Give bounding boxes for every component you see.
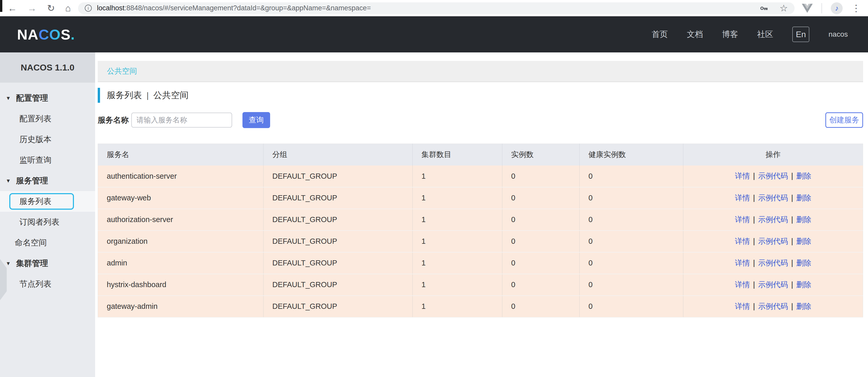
reload-icon[interactable]: ↻: [47, 4, 55, 13]
header-nav-item[interactable]: 文档: [687, 29, 703, 40]
col-group: 分组: [264, 144, 412, 166]
action-separator: |: [791, 259, 793, 267]
page-title: 服务列表: [107, 89, 142, 101]
table-row: gateway-admin DEFAULT_GROUP 1 0 0 详情|示例代…: [98, 296, 863, 317]
url-host: localhost: [97, 4, 125, 12]
sidebar-item[interactable]: ▼ 集群管理: [0, 253, 95, 274]
cell-operations: 详情|示例代码|删除: [683, 252, 863, 274]
chevron-down-icon: ▼: [6, 95, 16, 101]
cell-operations: 详情|示例代码|删除: [683, 166, 863, 187]
detail-link[interactable]: 详情: [735, 215, 750, 224]
music-extension-icon[interactable]: ♪: [831, 2, 843, 14]
sample-code-link[interactable]: 示例代码: [758, 259, 788, 267]
cell-operations: 详情|示例代码|删除: [683, 274, 863, 296]
page-info-icon[interactable]: i: [85, 5, 92, 12]
cell-operations: 详情|示例代码|删除: [683, 209, 863, 231]
sidebar-item[interactable]: 历史版本: [0, 129, 95, 150]
sidebar: NACOS 1.1.0 ▼ 配置管理 配置列表 历史版本: [0, 53, 95, 377]
detail-link[interactable]: 详情: [735, 259, 750, 267]
nacos-logo[interactable]: NACOS.: [17, 26, 75, 43]
home-icon[interactable]: ⌂: [65, 4, 71, 13]
password-key-icon[interactable]: [760, 4, 768, 13]
sidebar-version: NACOS 1.1.0: [0, 53, 95, 82]
language-toggle-button[interactable]: En: [792, 27, 809, 42]
browser-chrome: ← → ↻ ⌂ i localhost:8848/nacos/#/service…: [0, 0, 868, 16]
action-separator: |: [753, 302, 755, 310]
sidebar-item[interactable]: 服务列表: [0, 191, 95, 212]
sidebar-menu: ▼ 配置管理 配置列表 历史版本 监听: [0, 82, 95, 295]
detail-link[interactable]: 详情: [735, 302, 750, 310]
cell-service-name: hystrix-dashboard: [98, 274, 264, 296]
delete-link[interactable]: 删除: [796, 194, 811, 202]
cell-cluster-count: 1: [412, 252, 502, 274]
delete-link[interactable]: 删除: [796, 302, 811, 310]
delete-link[interactable]: 删除: [796, 237, 811, 245]
header-nav-item[interactable]: 社区: [757, 29, 773, 40]
detail-link[interactable]: 详情: [735, 237, 750, 245]
nacos-header: NACOS. 首页文档博客社区 En nacos: [0, 16, 868, 53]
col-instance-count: 实例数: [502, 144, 580, 166]
bookmark-star-icon[interactable]: ☆: [780, 3, 788, 14]
action-separator: |: [791, 194, 793, 202]
sidebar-item-label: 服务列表: [20, 196, 52, 207]
create-service-button[interactable]: 创建服务: [825, 112, 863, 128]
url-text[interactable]: localhost:8848/nacos/#/serviceManagement…: [97, 4, 371, 12]
cell-healthy-count: 0: [580, 231, 683, 252]
sample-code-link[interactable]: 示例代码: [758, 237, 788, 245]
delete-link[interactable]: 删除: [796, 172, 811, 180]
header-nav: 首页文档博客社区 En nacos: [652, 27, 848, 42]
sidebar-item[interactable]: ▼ 服务管理: [0, 170, 95, 191]
detail-link[interactable]: 详情: [735, 280, 750, 289]
cell-instance-count: 0: [502, 296, 580, 317]
table-row: admin DEFAULT_GROUP 1 0 0 详情|示例代码|删除: [98, 252, 863, 274]
sidebar-item[interactable]: 配置列表: [0, 108, 95, 129]
col-service-name: 服务名: [98, 144, 264, 166]
sidebar-item[interactable]: 命名空间: [0, 232, 95, 253]
address-bar[interactable]: i localhost:8848/nacos/#/serviceManageme…: [78, 2, 795, 14]
table-row: authentication-server DEFAULT_GROUP 1 0 …: [98, 166, 863, 187]
back-icon[interactable]: ←: [8, 4, 17, 13]
detail-link[interactable]: 详情: [735, 194, 750, 202]
sidebar-item[interactable]: ▼ 配置管理: [0, 88, 95, 108]
sidebar-item-label: 订阅者列表: [20, 217, 59, 228]
sample-code-link[interactable]: 示例代码: [758, 280, 788, 289]
sidebar-item[interactable]: 订阅者列表: [0, 212, 95, 232]
username[interactable]: nacos: [829, 30, 848, 38]
sidebar-item-label: 命名空间: [15, 237, 47, 248]
sidebar-item[interactable]: 节点列表: [0, 274, 95, 295]
cell-operations: 详情|示例代码|删除: [683, 296, 863, 317]
sidebar-item-label: 集群管理: [16, 258, 48, 269]
cell-service-name: organization: [98, 231, 264, 252]
browser-menu-icon[interactable]: ⋮: [851, 3, 861, 14]
cell-group: DEFAULT_GROUP: [264, 231, 412, 252]
sample-code-link[interactable]: 示例代码: [758, 194, 788, 202]
header-nav-item[interactable]: 首页: [652, 29, 668, 40]
table-row: hystrix-dashboard DEFAULT_GROUP 1 0 0 详情…: [98, 274, 863, 296]
chevron-down-icon: ▼: [6, 178, 16, 184]
cell-healthy-count: 0: [580, 274, 683, 296]
delete-link[interactable]: 删除: [796, 215, 811, 224]
breadcrumb-namespace-link[interactable]: 公共空间: [107, 66, 137, 76]
sidebar-item[interactable]: 监听查询: [0, 150, 95, 170]
cell-healthy-count: 0: [580, 252, 683, 274]
delete-link[interactable]: 删除: [796, 259, 811, 267]
forward-icon[interactable]: →: [27, 4, 37, 13]
query-button[interactable]: 查询: [243, 112, 270, 128]
col-healthy-instance-count: 健康实例数: [580, 144, 683, 166]
service-name-input[interactable]: [131, 112, 232, 128]
detail-link[interactable]: 详情: [735, 172, 750, 180]
header-nav-item[interactable]: 博客: [722, 29, 738, 40]
col-operations: 操作: [683, 144, 863, 166]
title-accent-bar: [98, 88, 100, 103]
action-separator: |: [753, 215, 755, 224]
cell-service-name: authorization-server: [98, 209, 264, 231]
sample-code-link[interactable]: 示例代码: [758, 215, 788, 224]
delete-link[interactable]: 删除: [796, 280, 811, 289]
service-name-label: 服务名称: [98, 115, 129, 126]
action-separator: |: [791, 215, 793, 224]
sample-code-link[interactable]: 示例代码: [758, 302, 788, 310]
sample-code-link[interactable]: 示例代码: [758, 172, 788, 180]
vue-devtools-icon[interactable]: [802, 4, 813, 13]
search-form: 服务名称 查询 创建服务: [98, 112, 863, 128]
sidebar-item-label: 配置列表: [20, 113, 52, 124]
